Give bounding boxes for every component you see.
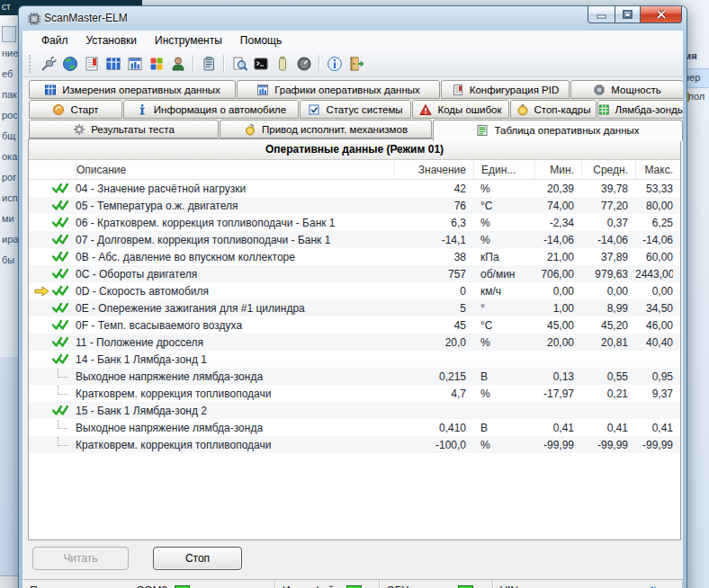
tab-test-results[interactable]: Результаты теста [29,120,219,138]
chart-icon [256,84,269,96]
table-row[interactable]: 14 - Банк 1 Лямбда-зонд 1 [29,351,680,368]
row-value: 0,410 [394,422,466,434]
col-description[interactable]: Описание [76,160,387,179]
toolbar-windows-button[interactable] [146,53,167,75]
row-avg: 0,41 [581,422,628,434]
tab-trouble-codes[interactable]: Коды ошибок [412,100,509,119]
toolbar-grip [29,55,33,73]
row-max: 46,00 [635,319,673,332]
tab-live-data-graphs[interactable]: Графики оперативных данных [237,80,440,99]
row-unit: В [473,370,527,383]
row-value: -14,1 [394,234,466,246]
row-value: 0,215 [394,370,466,383]
row-min: 45,00 [534,319,574,332]
col-min[interactable]: Мин. [534,160,574,179]
table-row[interactable]: 0C - Обороты двигателя757об/мин706,00979… [29,265,680,282]
row-avg: 979,63 [581,268,628,281]
toolbar-graphs-button[interactable] [124,53,146,75]
tab-actuator-test[interactable]: Привод исполнит. механизмов [220,120,432,138]
tab-live-data-table[interactable]: Таблица оперативных данных [433,120,683,141]
table-row[interactable]: 0F - Темп. всасываемого воздуха45°C45,00… [29,316,680,334]
tab-lambda-sensors[interactable]: Лямбда-зонды [597,100,683,119]
table-row[interactable]: 0E - Опережение зажигания для #1 цилиндр… [29,299,680,316]
row-description: 0B - Абс. давление во впускном коллектор… [76,251,387,263]
tab-live-data-measure[interactable]: Измерения оперативных данных [29,80,236,99]
tab-freeze-frames[interactable]: Стоп-кадры [510,100,597,119]
tab-pid-config[interactable]: Конфигурация PID [441,80,570,99]
read-button[interactable]: Читать [32,547,129,570]
col-unit[interactable]: Един... [473,160,527,179]
tab-power[interactable]: Мощность [570,80,683,99]
row-description: 06 - Кратковрем. коррекция топливоподачи… [76,217,387,229]
menu-tools[interactable]: Инструменты [147,32,230,49]
row-avg: 0,21 [581,388,628,400]
tab-vehicle-info[interactable]: Информация о автомобиле [123,100,299,119]
col-avg[interactable]: Средн. [581,160,628,179]
menu-settings[interactable]: Установки [78,32,145,49]
row-description: Кратковрем. коррекция топливоподачи [76,388,387,400]
row-description: 0D - Скорость автомобиля [76,285,387,298]
row-max: 80,00 [635,200,673,212]
background-text-fragment: ние [2,48,18,58]
table-row[interactable]: Кратковрем. коррекция топливоподачи4,7%-… [29,385,680,402]
background-text-fragment: ми [2,213,14,224]
pid-card-icon [83,55,101,73]
background-text-fragment: пол [688,91,705,102]
toolbar-info-button[interactable] [324,53,346,75]
table-row[interactable]: Выходное напряжение лямбда-зонда0,410В0,… [29,419,680,436]
toolbar-terminal-button[interactable] [250,53,272,75]
row-avg: 0,37 [581,217,628,229]
row-unit: % [473,336,527,349]
table-row[interactable]: 11 - Положение дросселя20,0%20,0020,8140… [29,334,680,351]
row-description: Кратковрем. коррекция топливоподачи [76,439,387,451]
background-text-fragment: рос [2,110,18,120]
toolbar-search-button[interactable] [229,53,250,75]
row-unit: В [473,422,527,434]
table-row[interactable]: 06 - Кратковрем. коррекция топливоподачи… [29,214,680,231]
tab-start[interactable]: Старт [29,100,122,119]
background-bottom-fragment [0,575,18,588]
table-row[interactable]: Кратковрем. коррекция топливоподачи-100,… [29,436,680,453]
table-row[interactable]: 0B - Абс. давление во впускном коллектор… [29,248,680,265]
table-row[interactable]: 04 - Значение расчётной нагрузки42%20,39… [29,180,680,197]
supported-check-icon [52,405,68,416]
row-min: 0,13 [534,370,574,383]
row-value: 4,7 [394,388,466,400]
menu-help[interactable]: Помощь [232,32,290,49]
toolbar-clipboard-button[interactable] [198,53,220,75]
table-green-icon [476,124,489,137]
background-text-fragment: ока [2,151,17,162]
close-button[interactable] [641,6,682,23]
menu-file[interactable]: Файл [33,32,76,49]
row-max: 2443,00 [635,268,673,281]
window-title: ScanMaster-ELM [44,12,128,24]
maximize-button[interactable] [615,6,641,23]
row-min: 0,41 [534,422,574,434]
table-row[interactable]: 07 - Долговрем. коррекция топливоподачи … [29,231,680,248]
toolbar-connect-button[interactable] [38,53,59,75]
table-row[interactable]: 05 - Температура о.ж. двигателя76°C74,00… [29,197,680,214]
col-max[interactable]: Макс. [635,160,673,179]
stop-button[interactable]: Стоп [153,547,242,570]
table-row[interactable]: Выходное напряжение лямбда-зонда0,215В0,… [29,368,680,385]
table-row[interactable]: 15 - Банк 1 Лямбда-зонд 2 [29,402,680,419]
toolbar-gauge-button[interactable] [293,53,315,75]
supported-check-icon [52,268,68,280]
tabrow-1: Измерения оперативных данных Графики опе… [29,80,683,99]
toolbar-pid-button[interactable] [81,53,103,75]
toolbar-web-button[interactable] [59,53,81,75]
supported-check-icon [52,336,68,348]
row-min: 706,00 [534,268,574,281]
toolbar-exit-button[interactable] [346,53,367,75]
table-row[interactable]: 0D - Скорость автомобиля0км/ч0,000,000,0… [29,282,680,299]
col-value[interactable]: Значение [394,160,466,179]
row-avg: 8,99 [581,302,628,315]
titlebar[interactable]: ScanMaster-ELM [19,6,687,31]
toolbar-user-button[interactable] [167,53,189,75]
toolbar-battery-button[interactable] [272,53,293,75]
minimize-button[interactable] [588,6,615,23]
toolbar-table-button[interactable] [103,53,124,75]
tab-system-status[interactable]: Статус системы [300,100,411,119]
row-max: 9,37 [635,388,673,400]
row-value: 76 [394,200,466,212]
